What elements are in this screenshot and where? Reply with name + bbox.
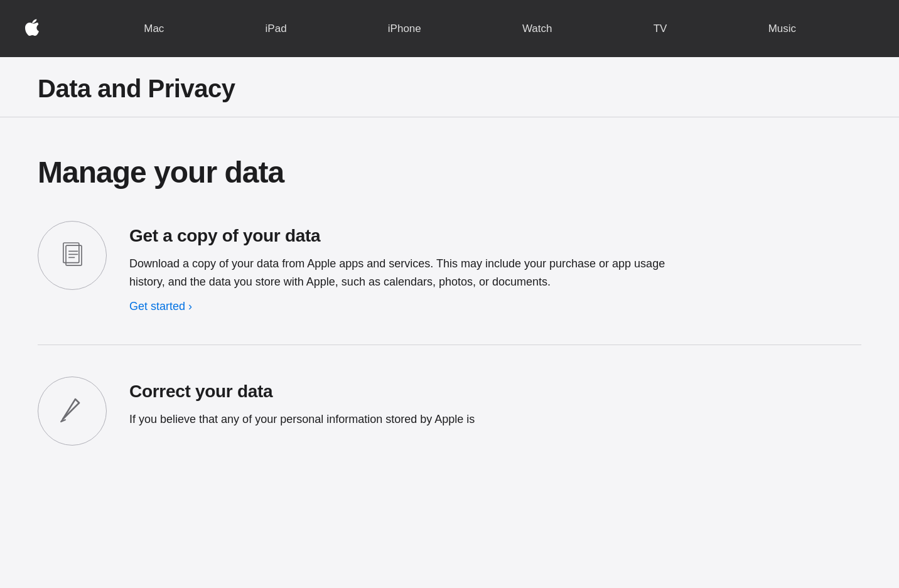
- section-divider: [38, 345, 861, 345]
- feature-content-correct: Correct your data If you believe that an…: [129, 377, 861, 437]
- main-nav: Mac iPad iPhone Watch TV Music: [0, 0, 899, 57]
- nav-link-tv[interactable]: TV: [641, 23, 680, 35]
- apple-logo[interactable]: [25, 19, 39, 38]
- nav-link-watch[interactable]: Watch: [510, 23, 565, 35]
- feature-description-copy: Download a copy of your data from Apple …: [129, 255, 694, 291]
- nav-links: Mac iPad iPhone Watch TV Music: [94, 23, 847, 35]
- main-content: Manage your data Get a copy of your data…: [0, 117, 899, 515]
- feature-description-correct: If you believe that any of your personal…: [129, 410, 694, 429]
- page-header: Data and Privacy: [0, 57, 899, 117]
- nav-link-iphone[interactable]: iPhone: [375, 23, 434, 35]
- document-icon-circle: [38, 221, 107, 290]
- nav-link-ipad[interactable]: iPad: [253, 23, 299, 35]
- feature-content-copy: Get a copy of your data Download a copy …: [129, 221, 861, 313]
- section-title: Manage your data: [38, 155, 861, 190]
- nav-link-mac[interactable]: Mac: [131, 23, 176, 35]
- feature-title-copy: Get a copy of your data: [129, 226, 861, 246]
- pencil-icon-circle: [38, 377, 107, 446]
- nav-link-music[interactable]: Music: [756, 23, 809, 35]
- feature-item-correct: Correct your data If you believe that an…: [38, 377, 861, 446]
- feature-item-copy: Get a copy of your data Download a copy …: [38, 221, 861, 313]
- page-title: Data and Privacy: [38, 75, 861, 103]
- pencil-icon: [57, 395, 88, 427]
- document-icon: [57, 240, 88, 271]
- feature-title-correct: Correct your data: [129, 382, 861, 402]
- feature-link-copy[interactable]: Get started ›: [129, 300, 192, 313]
